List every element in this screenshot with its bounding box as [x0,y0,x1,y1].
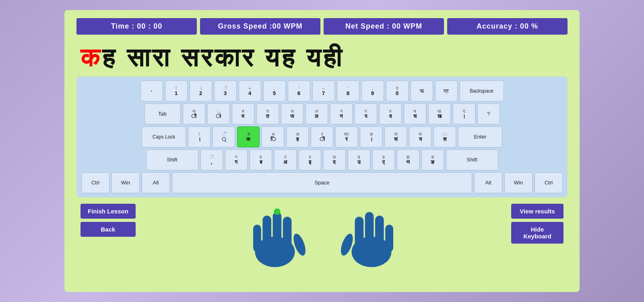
key-3-7[interactable]: डउ [348,149,370,170]
key-4-5[interactable]: Win [504,172,533,193]
key-0-11[interactable]: ऋ [411,81,433,101]
right-hand-icon [339,196,404,268]
key-3-4[interactable]: टअ [274,149,297,170]
svg-rect-4 [283,217,292,250]
svg-rect-8 [386,225,394,252]
key-0-7[interactable]: –7 [312,81,335,101]
key-3-1[interactable]: ॅ, [200,149,223,170]
key-3-6[interactable]: छद [323,149,346,170]
key-1-3[interactable]: मम [232,103,254,124]
key-1-13[interactable]: ? [477,103,500,124]
key-3-2[interactable]: गग [225,149,248,170]
key-1-9[interactable]: वव [379,103,402,124]
key-0-6[interactable]: '6 [288,81,310,101]
key-0-4[interactable]: +4 [239,81,261,101]
svg-rect-1 [253,225,261,252]
key-2-8[interactable]: ज्ञ। [360,126,382,147]
left-button-group: Finish Lesson Back [80,204,136,237]
key-0-9[interactable]: ;9 [361,81,384,101]
accuracy-stat: Accuracy : 00 % [447,18,568,35]
key-0-2[interactable]: ।2 [190,81,212,101]
key-1-0[interactable]: Tab [144,103,181,124]
typing-text-display: कह सारा सरकार यह यही [76,39,568,72]
key-2-7[interactable]: श्रर [335,126,358,147]
key-2-0[interactable]: Caps Lock [142,126,186,147]
svg-rect-9 [375,216,384,250]
key-0-12[interactable]: त्र [435,81,458,101]
key-2-10[interactable]: रूय [409,126,431,147]
hands-display [243,196,404,268]
key-0-8[interactable]: '8 [337,81,359,101]
key-4-2[interactable]: Alt [142,172,170,193]
key-3-9[interactable]: झण [397,149,419,170]
keyboard-row-3: Shiftॅ,गगबबटअठइछदडउढएझणङङShift [81,149,563,170]
key-1-4[interactable]: तत [256,103,279,124]
key-1-2[interactable]: ूा [207,103,230,124]
key-2-11[interactable]: ःश [433,126,456,147]
key-2-6[interactable]: ऱी [311,126,333,147]
error-character: क [80,43,102,72]
bottom-area: Finish Lesson Back [76,204,568,268]
key-0-1[interactable]: !1 [165,81,188,101]
back-button[interactable]: Back [80,222,136,237]
key-3-8[interactable]: ढए [372,149,395,170]
key-2-12[interactable]: Enter [458,126,502,147]
svg-point-6 [274,209,281,215]
key-0-5[interactable]: :5 [263,81,286,101]
key-2-1[interactable]: !। [188,126,211,147]
key-1-11[interactable]: खख [428,103,451,124]
time-stat: Time : 00 : 00 [76,18,197,35]
key-1-5[interactable]: जज [281,103,303,124]
svg-rect-2 [263,216,272,250]
stats-bar: Time : 00 : 00 Gross Speed :00 WPM Net S… [76,18,568,35]
key-3-11[interactable]: Shift [446,149,498,170]
key-4-1[interactable]: Win [111,172,140,193]
key-2-3[interactable]: वक [237,126,260,147]
key-4-4[interactable]: Alt [474,172,502,193]
view-results-button[interactable]: View results [511,204,564,219]
key-0-3[interactable]: ॅ3 [214,81,237,101]
keyboard-row-4: CtrlWinAltSpaceAltWinCtrl [81,172,563,193]
svg-rect-11 [355,217,364,250]
key-4-0[interactable]: Ctrl [81,172,109,193]
right-button-group: View results HideKeyboard [511,204,564,244]
keyboard-row-2: Caps Lock!।ँ्वकथिळहऱीश्ररज्ञ।स्सरूयःशEnt… [81,126,563,147]
key-1-6[interactable]: लल [305,103,328,124]
keyboard-row-1: Tabफौूाममततजजललननपपववचचखखद।? [81,103,563,124]
key-4-3[interactable]: Space [172,172,472,193]
key-3-3[interactable]: बब [250,149,272,170]
key-0-0[interactable]: ॰ [140,81,163,101]
left-hand-icon [243,196,307,268]
finish-lesson-button[interactable]: Finish Lesson [80,204,136,219]
key-3-0[interactable]: Shift [146,149,198,170]
key-1-10[interactable]: चच [404,103,426,124]
key-2-5[interactable]: ळह [286,126,309,147]
key-0-13[interactable]: Backspace [460,81,504,101]
keyboard-row-0: ॰ !1।2ॅ3+4:5'6–7'8;9द0ऋत्रBackspace [81,81,563,101]
gross-speed-stat: Gross Speed :00 WPM [200,18,320,35]
key-3-10[interactable]: ङङ [421,149,444,170]
key-1-1[interactable]: फौ [183,103,205,124]
key-1-7[interactable]: नन [330,103,353,124]
hide-keyboard-button[interactable]: HideKeyboard [511,222,564,244]
key-3-5[interactable]: ठइ [299,149,321,170]
key-1-8[interactable]: पप [355,103,377,124]
keyboard-layout: ॰ !1।2ॅ3+4:5'6–7'8;9द0ऋत्रBackspaceTabफौ… [76,77,568,197]
key-2-9[interactable]: स्स [384,126,407,147]
net-speed-stat: Net Speed : 00 WPM [324,18,444,35]
key-2-4[interactable]: थि [262,126,284,147]
svg-rect-10 [365,212,374,250]
main-container: Time : 00 : 00 Gross Speed :00 WPM Net S… [64,10,580,292]
svg-rect-3 [273,212,282,250]
remaining-text: ह सारा सरकार यह यही [102,43,344,72]
key-4-6[interactable]: Ctrl [535,172,563,193]
key-2-2[interactable]: ँ् [213,126,235,147]
key-1-12[interactable]: द। [453,103,475,124]
key-0-10[interactable]: द0 [386,81,409,101]
